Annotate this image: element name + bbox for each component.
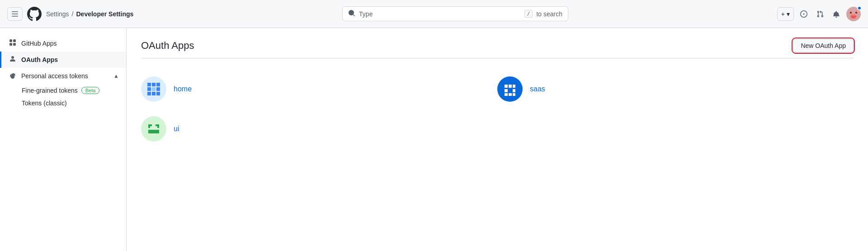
new-oauth-app-button[interactable]: New OAuth App (793, 39, 854, 52)
svg-rect-29 (150, 126, 152, 128)
app-name-ui[interactable]: ui (174, 125, 179, 133)
sidebar-sub-items: Fine-grained tokens Beta Tokens (classic… (0, 84, 126, 109)
layout: GitHub Apps OAuth Apps Personal access t… (0, 28, 868, 251)
sidebar-item-github-apps[interactable]: GitHub Apps (0, 35, 126, 52)
oauth-apps-label: OAuth Apps (21, 56, 58, 63)
create-new-button[interactable]: + ▾ (777, 7, 794, 21)
app-avatar-saas (497, 76, 523, 102)
app-name-home[interactable]: home (174, 85, 192, 93)
page-divider (141, 58, 854, 58)
app-item-home[interactable]: home (141, 69, 497, 109)
grid-icon (9, 39, 17, 48)
page-title: OAuth Apps (141, 40, 194, 52)
header-right: + ▾ (777, 7, 861, 21)
svg-rect-12 (147, 92, 151, 95)
breadcrumb-parent: Settings (46, 10, 69, 18)
header-search: Type / to search (139, 6, 772, 21)
header-left: Settings / Developer Settings (7, 7, 133, 21)
sidebar-item-personal-tokens[interactable]: Personal access tokens ▲ (0, 68, 126, 84)
breadcrumb-current: Developer Settings (76, 10, 133, 18)
sidebar-item-oauth-apps[interactable]: OAuth Apps (0, 52, 126, 68)
sidebar-item-fine-grained[interactable]: Fine-grained tokens Beta (22, 84, 126, 97)
svg-rect-15 (505, 85, 508, 88)
svg-rect-18 (505, 89, 508, 92)
notifications-button[interactable] (830, 8, 843, 20)
issues-button[interactable] (797, 8, 810, 20)
app-item-ui[interactable]: ui (141, 109, 497, 149)
header: Settings / Developer Settings Type / to … (0, 0, 868, 28)
svg-rect-28 (156, 130, 159, 133)
svg-rect-21 (505, 93, 508, 96)
tokens-classic-label: Tokens (classic) (22, 99, 67, 107)
breadcrumb-separator: / (72, 10, 74, 18)
hamburger-button[interactable] (7, 7, 23, 21)
search-slash-kbd: / (524, 10, 533, 18)
apps-grid: home (141, 69, 854, 149)
svg-rect-23 (513, 93, 515, 96)
svg-point-3 (850, 14, 857, 19)
sidebar: GitHub Apps OAuth Apps Personal access t… (0, 28, 127, 251)
search-suffix: to search (536, 10, 562, 18)
app-item-saas[interactable]: saas (497, 69, 854, 109)
breadcrumb: Settings / Developer Settings (46, 10, 133, 18)
chevron-up-icon: ▲ (113, 73, 119, 79)
pull-requests-button[interactable] (814, 8, 826, 20)
beta-badge: Beta (81, 87, 100, 94)
page-header: OAuth Apps New OAuth App (141, 39, 854, 52)
app-avatar-ui (141, 116, 166, 142)
svg-rect-14 (156, 92, 160, 95)
svg-rect-10 (152, 87, 156, 91)
svg-rect-8 (156, 83, 160, 86)
fine-grained-label: Fine-grained tokens (22, 87, 78, 94)
svg-rect-6 (147, 83, 151, 86)
search-text: Type (359, 10, 521, 18)
notification-dot (857, 6, 862, 10)
main-content: OAuth Apps New OAuth App (127, 28, 868, 251)
person-icon (9, 55, 17, 64)
svg-rect-30 (156, 126, 157, 128)
avatar-container[interactable] (846, 7, 861, 21)
svg-rect-22 (509, 93, 512, 96)
dropdown-chevron-icon: ▾ (787, 10, 790, 18)
key-icon (9, 71, 17, 81)
svg-rect-7 (152, 83, 156, 86)
svg-rect-17 (513, 85, 515, 88)
search-box[interactable]: Type / to search (342, 6, 568, 21)
github-logo (27, 7, 42, 21)
search-icon (348, 9, 355, 18)
app-name-saas[interactable]: saas (530, 85, 545, 93)
plus-icon: + (781, 10, 785, 18)
sidebar-item-tokens-classic[interactable]: Tokens (classic) (22, 97, 126, 109)
svg-rect-9 (147, 87, 151, 91)
personal-tokens-label: Personal access tokens (21, 72, 109, 80)
svg-rect-20 (513, 89, 515, 92)
svg-rect-11 (156, 87, 160, 91)
svg-rect-19 (509, 89, 512, 92)
svg-rect-16 (509, 85, 512, 88)
svg-rect-13 (152, 92, 156, 95)
github-apps-label: GitHub Apps (21, 40, 57, 47)
svg-point-4 (850, 12, 852, 13)
app-avatar-home (141, 76, 166, 102)
svg-point-5 (856, 12, 857, 13)
